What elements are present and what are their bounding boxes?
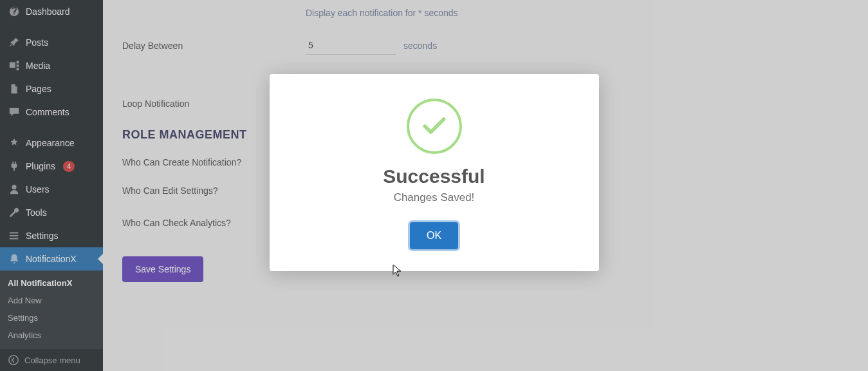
success-check-icon [407,99,462,154]
modal-overlay[interactable]: Successful Changes Saved! OK [0,0,868,371]
modal-ok-button[interactable]: OK [410,222,458,249]
success-modal: Successful Changes Saved! OK [270,74,599,271]
modal-title: Successful [289,166,580,187]
modal-message: Changes Saved! [289,191,580,204]
